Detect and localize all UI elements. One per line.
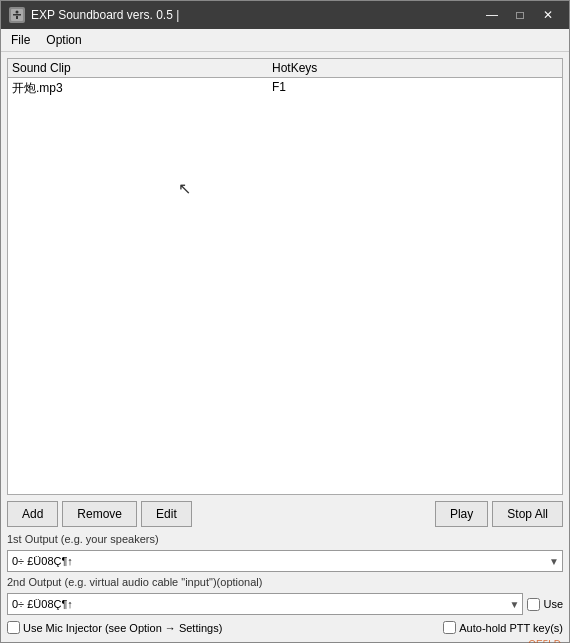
- menu-option[interactable]: Option: [40, 31, 87, 49]
- output-section: 1st Output (e.g. your speakers) 0÷ £Ü08Ç…: [7, 533, 563, 615]
- play-button[interactable]: Play: [435, 501, 488, 527]
- header-sound-clip: Sound Clip: [12, 61, 272, 75]
- use-checkbox-label[interactable]: Use: [527, 598, 563, 611]
- output2-select-wrapper: 0÷ £Ü08Ç¶↑ ▼: [7, 593, 523, 615]
- use-checkbox[interactable]: [527, 598, 540, 611]
- title-bar: EXP Soundboard vers. 0.5 | — □ ✕: [1, 1, 569, 29]
- auto-hold-text: Auto-hold PTT key(s): [459, 622, 563, 634]
- list-body[interactable]: 开炮.mp3 F1 ↖: [8, 78, 562, 494]
- mic-injector-checkbox[interactable]: [7, 621, 20, 634]
- app-icon: [9, 7, 25, 23]
- watermark: QE5LD: [528, 639, 561, 643]
- minimize-button[interactable]: —: [479, 5, 505, 25]
- auto-hold-label[interactable]: Auto-hold PTT key(s): [443, 621, 563, 634]
- add-button[interactable]: Add: [7, 501, 58, 527]
- app-window: EXP Soundboard vers. 0.5 | — □ ✕ File Op…: [0, 0, 570, 643]
- edit-button[interactable]: Edit: [141, 501, 192, 527]
- svg-point-2: [16, 11, 19, 14]
- menu-file[interactable]: File: [5, 31, 36, 49]
- output1-select-wrapper: 0÷ £Ü08Ç¶↑ ▼: [7, 550, 563, 572]
- stop-all-button[interactable]: Stop All: [492, 501, 563, 527]
- sound-clip-name: 开炮.mp3: [12, 80, 272, 97]
- mouse-cursor: ↖: [178, 179, 191, 198]
- auto-hold-checkbox[interactable]: [443, 621, 456, 634]
- mic-injector-text: Use Mic Injector (see Option → Settings): [23, 622, 222, 634]
- button-row: Add Remove Edit Play Stop All: [7, 499, 563, 529]
- output2-label: 2nd Output (e.g. virtual audio cable "in…: [7, 576, 563, 588]
- output1-label: 1st Output (e.g. your speakers): [7, 533, 563, 545]
- list-header: Sound Clip HotKeys: [8, 59, 562, 78]
- header-hotkeys: HotKeys: [272, 61, 558, 75]
- output1-row: 0÷ £Ü08Ç¶↑ ▼: [7, 550, 563, 572]
- menu-bar: File Option: [1, 29, 569, 52]
- close-button[interactable]: ✕: [535, 5, 561, 25]
- use-label: Use: [543, 598, 563, 610]
- sound-hotkey: F1: [272, 80, 558, 97]
- sound-list-container: Sound Clip HotKeys 开炮.mp3 F1 ↖: [7, 58, 563, 495]
- output2-select[interactable]: 0÷ £Ü08Ç¶↑: [7, 593, 523, 615]
- output2-row: 0÷ £Ü08Ç¶↑ ▼ Use: [7, 593, 563, 615]
- title-bar-title: EXP Soundboard vers. 0.5 |: [31, 8, 479, 22]
- output1-select[interactable]: 0÷ £Ü08Ç¶↑: [7, 550, 563, 572]
- list-item[interactable]: 开炮.mp3 F1: [8, 78, 562, 99]
- bottom-row: Use Mic Injector (see Option → Settings)…: [7, 619, 563, 636]
- remove-button[interactable]: Remove: [62, 501, 137, 527]
- svg-rect-3: [16, 16, 18, 19]
- mic-injector-label[interactable]: Use Mic Injector (see Option → Settings): [7, 621, 222, 634]
- title-bar-controls: — □ ✕: [479, 5, 561, 25]
- maximize-button[interactable]: □: [507, 5, 533, 25]
- main-content: Sound Clip HotKeys 开炮.mp3 F1 ↖ Add Remov…: [1, 52, 569, 642]
- svg-rect-1: [13, 14, 21, 16]
